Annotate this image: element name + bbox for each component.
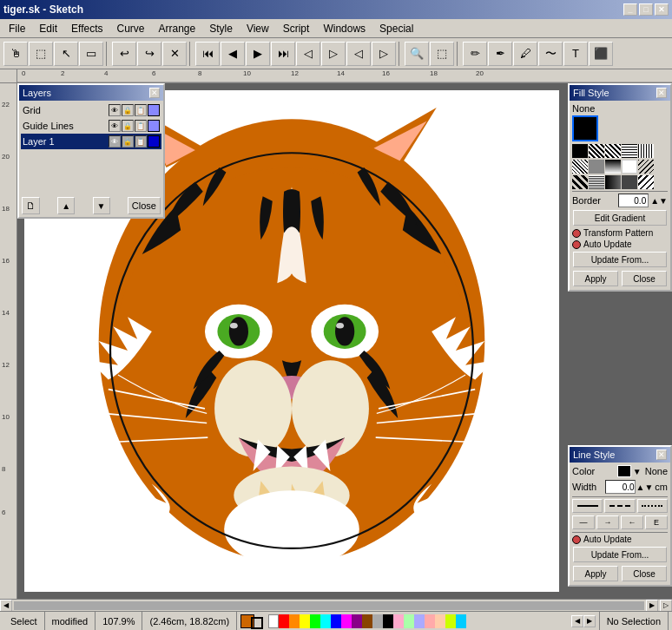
layer-grid-icon2[interactable]: 🔒 [122,104,134,116]
tool-pencil[interactable]: ✒ [488,42,512,66]
tool-select-rect[interactable]: ⬚ [29,42,53,66]
swatch-r3[interactable] [605,175,621,189]
tool-box[interactable]: ⬛ [589,42,613,66]
palette-lblue[interactable] [414,614,425,628]
layer-guides-icon1[interactable]: 👁 [109,120,121,132]
menu-arrange[interactable]: Arrange [152,21,203,36]
layer-row-grid[interactable]: Grid 👁 🔒 📋 [21,102,161,118]
tool-pen[interactable]: ✏ [463,42,487,66]
palette-blue[interactable] [331,614,341,628]
swatch-vlines[interactable] [638,144,654,158]
palette-scroll-right[interactable]: ▶ [583,615,596,627]
swatch-r1[interactable] [572,175,588,189]
line-arrow-both[interactable]: E [645,515,668,529]
line-close-button2[interactable]: Close [622,566,667,581]
palette-sky[interactable] [456,614,466,628]
palette-scroll-left[interactable]: ◀ [571,615,583,627]
swatch-diag2[interactable] [605,144,621,158]
palette-purple[interactable] [352,614,362,628]
transform-checkbox-dot[interactable] [572,229,581,238]
line-close-button[interactable]: ✕ [656,450,667,460]
tool-delete[interactable]: ✕ [162,42,187,66]
tool-last[interactable]: ⏭ [271,42,295,66]
fill-close-button[interactable]: Close [622,271,667,286]
menu-special[interactable]: Special [372,21,420,36]
menu-edit[interactable]: Edit [32,21,64,36]
line-width-input[interactable] [605,480,636,494]
layer-guides-icon2[interactable]: 🔒 [122,120,134,132]
layer-grid-color[interactable] [148,104,160,116]
tool-text[interactable]: T [563,42,588,66]
scroll-nav-button[interactable]: ▷ [660,600,672,612]
line-autoupdate-dot[interactable] [572,535,581,544]
fill-border-spinner[interactable]: ▲▼ [650,198,668,204]
swatch-grad[interactable] [605,160,621,174]
swatch-cross1[interactable] [572,160,588,174]
canvas-area[interactable]: Layers ✕ Grid 👁 🔒 📋 Guide Lines 👁 [17,83,672,599]
layer-close-button[interactable]: Close [128,197,161,214]
fill-updatefrom-button[interactable]: Update From... [573,252,667,267]
fill-close-button[interactable]: ✕ [656,88,667,98]
horizontal-scrollbar[interactable]: ◀ ▶ ▷ [0,599,672,611]
layer-1-icon2[interactable]: 🔒 [122,135,134,148]
tool-back[interactable]: ◁ [296,42,320,66]
tool-curve-tool[interactable]: 〜 [538,42,563,66]
autoupdate-checkbox-dot[interactable] [572,240,581,249]
line-apply-button[interactable]: Apply [573,566,618,581]
scroll-left-button[interactable]: ◀ [0,600,12,612]
layer-grid-icon3[interactable]: 📋 [135,104,147,116]
maximize-button[interactable]: □ [639,3,653,16]
layer-row-1[interactable]: Layer 1 👁 🔒 📋 [21,134,161,149]
fill-border-input[interactable] [618,194,649,207]
tool-arrow[interactable]: ↖ [54,42,78,66]
palette-brown[interactable] [362,614,372,628]
swatch-r4[interactable] [622,175,637,189]
close-window-button[interactable]: ✕ [655,3,669,16]
layers-close-button[interactable]: ✕ [149,88,160,98]
edit-gradient-button[interactable]: Edit Gradient [573,210,667,226]
tool-grid[interactable]: ⬚ [430,42,454,66]
swatch-diag1[interactable] [589,144,604,158]
swatch-gray[interactable] [589,160,604,174]
palette-pink[interactable] [393,614,404,628]
swatch-white[interactable] [622,160,637,174]
line-arrow-right[interactable]: → [596,515,619,529]
tool-nav-back[interactable]: ◁ [346,42,371,66]
scroll-track-h[interactable] [14,601,644,610]
menu-effects[interactable]: Effects [64,21,109,36]
scroll-right-button[interactable]: ▶ [646,600,658,612]
line-dotted-button[interactable] [637,499,668,513]
swatch-r5[interactable] [638,175,654,189]
tool-zoom[interactable]: 🔍 [405,42,429,66]
swatch-r2[interactable] [589,175,604,189]
palette-orange[interactable] [289,614,300,628]
palette-red[interactable] [279,614,289,628]
tool-forward[interactable]: ▷ [321,42,346,66]
line-solid-button[interactable] [572,499,603,513]
new-layer-button[interactable]: 🗋 [22,197,40,214]
palette-peach[interactable] [435,614,445,628]
tool-prev[interactable]: ◀ [221,42,245,66]
fill-apply-button[interactable]: Apply [573,271,618,286]
color-dropdown-arrow[interactable]: ▼ [633,467,642,476]
tool-pointer[interactable]: 🖱 [3,42,28,66]
layer-1-icon3[interactable]: 📋 [135,135,147,148]
layer-down-button[interactable]: ▼ [93,197,110,214]
swatch-cross2[interactable] [638,160,654,174]
palette-lred[interactable] [425,614,435,628]
line-arrow-left[interactable]: ← [621,515,643,529]
palette-yellow[interactable] [300,614,310,628]
tool-nav-fwd[interactable]: ▷ [372,42,396,66]
layer-row-guides[interactable]: Guide Lines 👁 🔒 📋 [21,118,161,134]
line-color-swatch[interactable] [617,465,631,477]
layer-1-icon1[interactable]: 👁 [109,135,121,148]
tool-rect[interactable]: ▭ [79,42,103,66]
layer-guides-color[interactable] [148,120,160,132]
palette-black[interactable] [383,614,393,628]
line-width-spinner[interactable]: ▲▼ [636,484,654,490]
swatch-black[interactable] [572,144,588,158]
palette-magenta[interactable] [341,614,352,628]
palette-green[interactable] [310,614,320,628]
layer-up-button[interactable]: ▲ [57,197,75,214]
menu-script[interactable]: Script [276,21,317,36]
